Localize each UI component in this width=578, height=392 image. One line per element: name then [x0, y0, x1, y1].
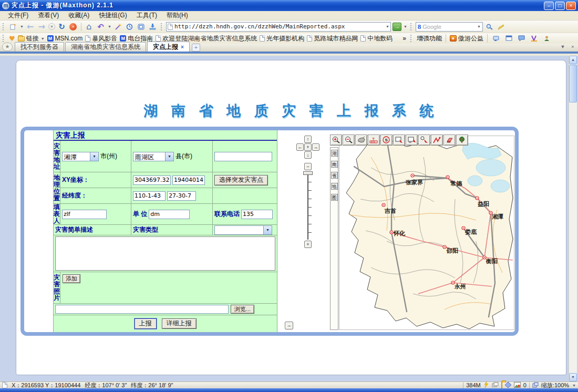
addressbar-grip[interactable] — [161, 23, 163, 30]
reporter-name-input[interactable] — [62, 210, 107, 219]
scroll-down-icon[interactable]: ▼ — [569, 373, 577, 381]
menu-favorites[interactable]: 收藏(A) — [65, 11, 93, 20]
zoom-dropdown-icon[interactable]: ▼ — [572, 384, 576, 387]
menu-tools[interactable]: 工具(T) — [133, 11, 161, 20]
menu-groups[interactable]: 快捷组(G) — [95, 11, 130, 20]
magic-wand-icon[interactable] — [113, 22, 123, 32]
bookmark-zhongdi[interactable]: 中地数码 — [360, 34, 393, 43]
pan-hand-icon[interactable] — [355, 135, 367, 146]
pan-center-button[interactable]: + — [304, 143, 312, 151]
scale-tool-icon[interactable]: S — [380, 135, 393, 146]
y-coordinate-input[interactable] — [172, 176, 205, 185]
undo-dropdown-icon[interactable]: ▼ — [108, 25, 111, 28]
snap-icon[interactable] — [136, 22, 146, 32]
scroll-up-icon[interactable]: ▲ — [569, 56, 577, 64]
zoom-in-step-button[interactable]: + — [304, 241, 312, 248]
user-avatar-icon[interactable] — [542, 34, 552, 44]
zoom-in-icon[interactable] — [330, 135, 342, 146]
forward-icon[interactable]: → — [37, 22, 47, 32]
menu-file[interactable]: 文件(F) — [4, 11, 32, 20]
proxy-icon[interactable] — [505, 382, 511, 389]
download-icon[interactable] — [148, 22, 158, 32]
go-dropdown-icon[interactable]: ▼ — [404, 25, 407, 28]
layer-button[interactable]: 南 — [331, 161, 338, 168]
minimize-button[interactable]: – — [544, 2, 554, 10]
resize-icon[interactable] — [532, 382, 539, 389]
latitude-input[interactable] — [167, 191, 196, 201]
select-box-icon[interactable] — [393, 135, 405, 146]
browse-button[interactable]: 浏览... — [231, 305, 254, 314]
highlight-pen-icon[interactable] — [496, 22, 506, 32]
bookmark-baofeng[interactable]: 暴风影音 — [85, 34, 117, 43]
zoom-out-step-button[interactable]: − — [304, 163, 312, 170]
pan-down-button[interactable]: ↓ — [304, 151, 312, 159]
messenger-icon[interactable] — [491, 34, 501, 44]
new-tab-icon[interactable] — [8, 22, 18, 32]
menu-help[interactable]: 帮助(H) — [163, 11, 192, 20]
images-filter-icon[interactable] — [514, 382, 521, 389]
layer-button[interactable]: 地 — [331, 183, 338, 190]
tab-close-icon[interactable]: × — [181, 44, 184, 50]
close-button[interactable]: × — [566, 2, 576, 10]
home-icon[interactable]: ⌂ — [84, 22, 94, 32]
measure-distance-icon[interactable]: ? — [368, 135, 380, 146]
street-input[interactable] — [214, 152, 272, 161]
draw-line-icon[interactable] — [431, 135, 443, 146]
map-canvas[interactable]: 张家界 常德 益阳 湘潭 吉首 怀化 娄底 邵阳 衡阳 永州 — [339, 136, 514, 330]
search-grip[interactable] — [410, 23, 412, 30]
tab-disaster-report[interactable]: 灾点上报× — [147, 42, 190, 51]
zoom-slider[interactable] — [307, 172, 308, 240]
links-folder[interactable]: 链接▼ — [18, 34, 45, 43]
layer-button[interactable]: 图 — [331, 194, 338, 201]
description-textarea[interactable] — [55, 236, 275, 271]
pen-v-icon[interactable] — [529, 34, 539, 44]
chat-bubble-icon[interactable] — [517, 34, 527, 44]
favorites-heart-icon[interactable]: ♥ — [9, 35, 15, 43]
search-input[interactable]: Google — [422, 24, 475, 30]
zoom-slider-handle[interactable] — [303, 171, 313, 175]
eraser-icon[interactable] — [443, 135, 456, 146]
pick-disaster-point-button[interactable]: 选择突发灾害点 — [214, 175, 268, 185]
address-bar[interactable]: http://dzzh.hndh.gov.cn/dzzhWeb/MainRepo… — [166, 22, 391, 32]
tab-bar-close-icon[interactable]: × — [569, 43, 577, 50]
submit-button[interactable]: 上报 — [135, 318, 157, 329]
collapse-panel-button[interactable]: → — [285, 322, 293, 329]
bookmarks-overflow-chevron[interactable]: » — [402, 35, 406, 42]
window-icon[interactable] — [504, 34, 514, 44]
new-dropdown-icon[interactable]: ▼ — [20, 25, 24, 28]
bookmarks-grip[interactable] — [3, 35, 5, 42]
search-go-icon[interactable] — [484, 22, 494, 32]
bookmark-photo[interactable]: 光年摄影机构 — [260, 34, 304, 43]
x-coordinate-input[interactable] — [133, 176, 171, 185]
longitude-input[interactable] — [133, 191, 166, 201]
city-select[interactable]: 湘潭▼ — [62, 152, 99, 161]
deselect-box-icon[interactable] — [406, 135, 418, 146]
search-dropdown-icon[interactable]: ▼ — [477, 25, 481, 28]
extensions-grip[interactable] — [410, 35, 412, 42]
folder-status-icon[interactable] — [501, 382, 502, 388]
vertical-scrollbar[interactable]: ▲ ▼ — [569, 56, 577, 381]
zoom-out-icon[interactable] — [343, 135, 355, 146]
address-url[interactable]: http://dzzh.hndh.gov.cn/dzzhWeb/MainRepo… — [174, 23, 384, 30]
plugins-icon[interactable] — [492, 382, 499, 389]
layer-button[interactable]: 省 — [331, 172, 338, 179]
scrollbar-thumb[interactable] — [569, 65, 577, 102]
add-photo-button[interactable]: 添加 — [63, 274, 80, 283]
pan-up-button[interactable]: ↑ — [304, 136, 312, 143]
history-clock-icon[interactable] — [125, 22, 135, 32]
history-dropdown-icon[interactable]: ▼ — [48, 23, 55, 30]
bookmark-milu[interactable]: 觅路城市精品网 — [307, 34, 358, 43]
new-tab-button[interactable]: + — [192, 44, 200, 51]
enhance-menu[interactable]: 增强功能 — [417, 34, 442, 43]
stop-icon[interactable]: × — [68, 22, 78, 32]
search-box[interactable]: 8 Google ▼ — [416, 22, 483, 32]
undo-icon[interactable]: ↶ — [96, 22, 106, 32]
refresh-icon[interactable]: ↻ — [57, 22, 67, 32]
county-select[interactable]: 雨湖区▼ — [133, 152, 174, 161]
tab-hunan-geo-system[interactable]: 湖南省地质灾害信息系统 — [65, 42, 146, 51]
detail-submit-button[interactable]: 详细上报 — [162, 318, 197, 329]
pan-right-button[interactable]: → — [312, 143, 319, 151]
pan-left-button[interactable]: ← — [296, 143, 304, 151]
go-button[interactable]: → — [393, 23, 401, 31]
address-dropdown-icon[interactable]: ▼ — [386, 25, 389, 28]
